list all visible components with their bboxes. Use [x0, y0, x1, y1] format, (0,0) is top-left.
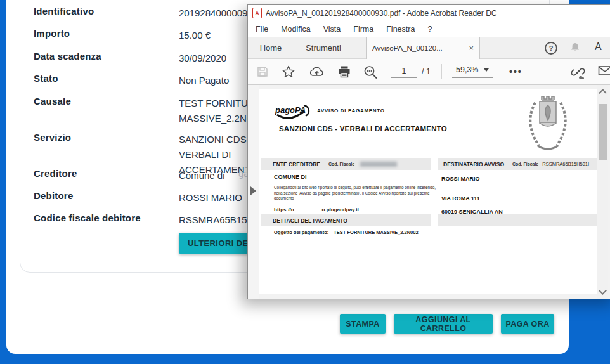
destinatario-label: DESTINATARIO AVVISO	[443, 161, 504, 167]
vertical-scrollbar[interactable]	[597, 85, 608, 299]
menu-file[interactable]: File	[249, 23, 275, 35]
pdf-title: SANZIONI CDS - VERBALI DI ACCERTAMENTO	[279, 125, 447, 133]
field-label: Causale	[34, 96, 71, 107]
field-label: Importo	[34, 28, 70, 39]
pdf-dettagli-header-right	[438, 214, 597, 226]
minimize-button[interactable]	[570, 5, 588, 21]
pdf-dest-name: ROSSI MARIO	[441, 176, 480, 182]
url-prefix: https://n	[274, 207, 294, 212]
email-icon[interactable]	[598, 65, 610, 76]
tab-document[interactable]: AvvisoPA_N_00120... ×	[366, 37, 480, 59]
zoom-level-control[interactable]: 59,3%	[452, 65, 493, 78]
zoom-level-value: 59,3%	[456, 65, 478, 74]
toolbar: / 1 59,3% •••	[248, 59, 610, 85]
pdf-notice-type: AVVISO DI PAGAMENTO	[317, 108, 385, 114]
field-label: Servizio	[34, 132, 71, 143]
account-button[interactable]: A	[595, 41, 602, 53]
pdf-destinatario-header: DESTINATARIO AVVISO Cod. Fiscale RSSMRA6…	[438, 158, 597, 170]
menu-help[interactable]: ?	[421, 23, 438, 35]
field-label: Identificativo	[34, 6, 94, 16]
pdf-payment-instructions: Collegandoti al sito web riportato di se…	[274, 185, 438, 202]
document-area: pagoPA AVVISO DI PAGAMENTO SANZIONI CDS …	[248, 85, 610, 299]
close-icon[interactable]: ×	[469, 43, 474, 53]
maximize-button[interactable]	[600, 5, 610, 21]
toolbar-separator	[441, 64, 442, 79]
pdf-file-icon	[252, 8, 262, 18]
field-label: Codice fiscale debitore	[34, 212, 141, 223]
menu-bar: File Modifica Vista Firma Finestra ?	[248, 21, 610, 37]
subject-value: TEST FORNITURE MASSIVE_2.2N002	[334, 230, 418, 235]
window-title: AvvisoPA_N_001201928400000930.pdf - Adob…	[266, 9, 497, 18]
help-icon[interactable]	[545, 42, 557, 55]
pdf-dest-address: VIA ROMA 111	[441, 195, 480, 202]
print-button[interactable]: STAMPA	[340, 314, 386, 334]
cod-fiscale-label: Cod. Fiscale	[512, 162, 538, 166]
scrollbar-thumb[interactable]	[599, 104, 607, 160]
pagopa-logo: pagoPA	[274, 102, 312, 122]
ente-creditore-label: ENTE CREDITORE	[273, 161, 320, 167]
share-link-icon[interactable]	[570, 65, 587, 79]
pdf-payment-url: https://no.plugandpay.it	[274, 207, 359, 212]
page-count-label: / 1	[422, 67, 431, 76]
field-label: Creditore	[34, 168, 77, 179]
more-tools-icon[interactable]: •••	[509, 67, 522, 77]
save-icon[interactable]	[256, 65, 269, 78]
menu-modifica[interactable]: Modifica	[275, 23, 317, 35]
url-suffix: o.plugandpay.it	[322, 207, 360, 212]
municipal-emblem	[520, 93, 576, 153]
navigation-pane-strip[interactable]	[248, 85, 259, 299]
subject-label: Oggetto del pagamento:	[274, 230, 328, 235]
tab-home[interactable]: Home	[248, 37, 294, 58]
pdf-ente-creditore-header: ENTE CREDITORE Cod. Fiscale	[261, 158, 431, 170]
window-titlebar[interactable]: AvvisoPA_N_001201928400000930.pdf - Adob…	[248, 5, 610, 21]
print-icon[interactable]	[337, 65, 351, 78]
menu-vista[interactable]: Vista	[317, 23, 347, 35]
menu-firma[interactable]: Firma	[347, 23, 380, 35]
nav-pane-arrow-icon[interactable]	[250, 186, 256, 195]
chevron-down-icon	[484, 68, 489, 72]
tab-tools[interactable]: Strumenti	[294, 37, 353, 58]
pdf-subject-line: Oggetto del pagamento:TEST FORNITURE MAS…	[274, 230, 419, 235]
pay-now-button[interactable]: PAGA ORA	[501, 314, 554, 334]
scroll-down-icon[interactable]	[599, 287, 607, 295]
destinatario-cod-fiscale-value: RSSMRA65B15H501I	[542, 161, 589, 167]
tab-bar: Home Strumenti AvvisoPA_N_00120... × A	[248, 37, 610, 59]
pdf-ente-name: COMUNE DI	[274, 174, 307, 180]
field-label: Stato	[34, 73, 58, 84]
pdf-page: pagoPA AVVISO DI PAGAMENTO SANZIONI CDS …	[259, 89, 597, 294]
bell-icon[interactable]	[569, 42, 581, 53]
tab-document-label: AvvisoPA_N_00120...	[372, 44, 466, 52]
acrobat-window: AvvisoPA_N_001201928400000930.pdf - Adob…	[247, 4, 610, 299]
star-icon[interactable]	[282, 65, 295, 78]
page-number-field	[391, 65, 415, 78]
menu-finestra[interactable]: Finestra	[380, 23, 421, 35]
pdf-dettagli-header: DETTAGLI DEL PAGAMENTO	[261, 214, 431, 226]
add-to-cart-button[interactable]: AGGIUNGI AL CARRELLO	[394, 314, 493, 334]
dettagli-pagamento-label: DETTAGLI DEL PAGAMENTO	[273, 218, 347, 224]
scroll-up-icon[interactable]	[599, 89, 607, 97]
cloud-upload-icon[interactable]	[309, 65, 325, 78]
redacted-cod-fiscale	[360, 162, 397, 167]
page-number-input[interactable]	[391, 65, 417, 78]
field-label: Debitore	[34, 190, 73, 201]
cod-fiscale-label: Cod. Fiscale	[328, 162, 354, 166]
field-label: Data scadenza	[34, 51, 101, 62]
zoom-search-icon[interactable]	[363, 65, 379, 79]
